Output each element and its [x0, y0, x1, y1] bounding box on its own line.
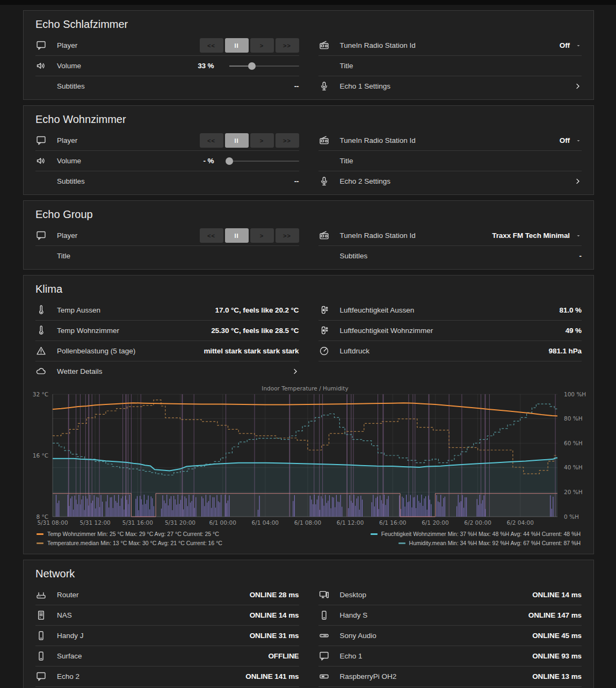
chat-icon — [318, 650, 340, 662]
title-label: Title — [57, 252, 70, 260]
tunein-select[interactable]: Off — [560, 136, 582, 144]
humidity-icon — [318, 305, 340, 316]
card-echo-wohnzimmer: Echo Wohnzimmer Player << II > >> Volume… — [23, 105, 594, 195]
rewind-button[interactable]: << — [200, 38, 223, 53]
svg-text:80 %H: 80 %H — [564, 415, 583, 422]
player-controls: << II > >> — [198, 133, 299, 148]
top-strip — [0, 0, 616, 5]
network-row-desktop: Desktop ONLINE 14 ms — [318, 585, 582, 605]
card-title: Echo Wohnzimmer — [24, 106, 593, 126]
speaker-icon — [35, 60, 57, 71]
climate-chart: 32 °C16 °C8 °C0 %H20 %H40 %H60 %H80 %H10… — [24, 385, 593, 554]
tunein-row: TuneIn Radio Station Id Off — [318, 131, 582, 150]
title-row: Title — [318, 55, 582, 76]
settings-row[interactable]: Echo 1 Settings — [318, 76, 582, 96]
forward-button[interactable]: >> — [276, 38, 299, 53]
svg-text:5/31 20:00: 5/31 20:00 — [165, 519, 195, 526]
smartphone-icon — [35, 630, 57, 641]
chevron-down-icon — [575, 233, 582, 239]
device-label: Sony Audio — [340, 632, 376, 640]
svg-text:Indoor Temperature / Humidity: Indoor Temperature / Humidity — [262, 386, 348, 392]
device-label: Handy S — [340, 611, 368, 619]
title-row: Title — [318, 150, 582, 171]
tunein-select[interactable]: Off — [560, 41, 582, 49]
pause-button[interactable]: II — [225, 228, 249, 243]
status-badge: ONLINE 141 ms — [245, 672, 299, 680]
chevron-right-icon[interactable] — [574, 177, 582, 185]
radio-icon — [318, 40, 340, 51]
row-label: Pollenbelastung (5 tage) — [57, 347, 135, 355]
subtitles-row: Subtitles -- — [35, 76, 299, 96]
network-row-echo-2: Echo 2 ONLINE 141 ms — [35, 666, 299, 686]
settings-label: Echo 1 Settings — [340, 82, 391, 90]
play-button[interactable]: > — [250, 133, 274, 148]
svg-text:5/31 08:00: 5/31 08:00 — [37, 519, 68, 526]
play-button[interactable]: > — [250, 38, 274, 53]
settings-row[interactable]: Echo 2 Settings — [318, 171, 582, 191]
svg-text:6/2 04:00: 6/2 04:00 — [506, 519, 534, 526]
humidity-wohnzimmer-row: Luftfeuchtigkeit Wohnzimmer 49 % — [318, 320, 582, 341]
title-label: Title — [340, 157, 353, 165]
svg-text:6/1 04:00: 6/1 04:00 — [252, 519, 279, 526]
legend-item: Feuchtigkeit Wohnzimmer Min: 37 %H Max: … — [371, 531, 581, 537]
tunein-label: TuneIn Radio Station Id — [340, 136, 416, 144]
legend-item: Temp Wohnzimmer Min: 25 °C Max: 29 °C Av… — [37, 531, 222, 537]
nas-icon — [35, 610, 57, 621]
pause-button[interactable]: II — [225, 133, 249, 148]
chat-icon — [35, 230, 57, 241]
rewind-button[interactable]: << — [200, 133, 223, 148]
subtitles-row: Subtitles - — [318, 245, 582, 266]
chevron-right-icon[interactable] — [291, 367, 299, 375]
svg-text:5/31 12:00: 5/31 12:00 — [80, 519, 111, 526]
svg-text:6/1 00:00: 6/1 00:00 — [209, 519, 236, 526]
legend-item: Temperature.median Min: 13 °C Max: 30 °C… — [37, 540, 222, 546]
forward-button[interactable]: >> — [276, 228, 299, 243]
device-label: Desktop — [340, 591, 367, 599]
row-value: 981.1 hPa — [549, 347, 582, 355]
volume-value: 33 % — [198, 62, 214, 70]
svg-text:60 %H: 60 %H — [564, 440, 583, 446]
wetter-details-row[interactable]: Wetter Details — [35, 361, 299, 381]
svg-text:8 °C: 8 °C — [36, 513, 48, 520]
subtitles-label: Subtitles — [340, 252, 368, 260]
chart-canvas: 32 °C16 °C8 °C0 %H20 %H40 %H60 %H80 %H10… — [24, 386, 594, 530]
device-label: Echo 1 — [340, 652, 363, 660]
volume-row: Volume - % — [35, 150, 299, 171]
pause-button[interactable]: II — [225, 38, 249, 53]
svg-text:6/2 00:00: 6/2 00:00 — [464, 519, 491, 526]
legend-item: Humidity.mean Min: 34 %H Max: 92 %H Avg:… — [398, 540, 581, 546]
status-badge: ONLINE 28 ms — [250, 591, 299, 599]
device-label: Router — [57, 591, 79, 599]
status-badge: ONLINE 14 ms — [532, 591, 582, 599]
tunein-row: TuneIn Radio Station Id Off — [318, 35, 582, 55]
card-title: Echo Group — [24, 201, 593, 221]
row-value: 49 % — [566, 327, 582, 335]
row-label: Luftdruck — [340, 347, 370, 355]
card-echo-group: Echo Group Player << II > >> Title — [23, 200, 594, 270]
card-title: Klima — [24, 276, 593, 296]
player-label: Player — [57, 136, 77, 144]
svg-text:16 °C: 16 °C — [33, 452, 48, 459]
chevron-down-icon — [575, 137, 582, 144]
play-button[interactable]: > — [250, 228, 274, 243]
chevron-right-icon[interactable] — [574, 82, 582, 90]
pi-board-icon — [318, 671, 340, 682]
row-label: Wetter Details — [57, 367, 103, 375]
volume-slider[interactable] — [229, 62, 299, 70]
pollen-row: Pollenbelastung (5 tage) mittel stark st… — [35, 341, 299, 361]
forward-button[interactable]: >> — [276, 133, 299, 148]
volume-row: Volume 33 % — [35, 55, 299, 76]
microphone-icon — [318, 81, 340, 92]
rewind-button[interactable]: << — [200, 228, 223, 243]
tunein-value: Off — [560, 41, 570, 49]
tunein-select[interactable]: Traxx FM Tech Minimal — [492, 231, 582, 240]
smartphone-icon — [35, 650, 57, 662]
row-value: 17.0 °C, feels like 20.2 °C — [215, 306, 299, 314]
volume-label: Volume — [57, 157, 81, 165]
volume-slider[interactable] — [229, 157, 299, 165]
thermometer-icon — [35, 305, 57, 316]
svg-text:20 %H: 20 %H — [564, 489, 583, 495]
player-row: Player << II > >> — [35, 35, 299, 55]
svg-text:6/1 20:00: 6/1 20:00 — [422, 519, 449, 526]
tunein-row: TuneIn Radio Station Id Traxx FM Tech Mi… — [318, 226, 582, 245]
